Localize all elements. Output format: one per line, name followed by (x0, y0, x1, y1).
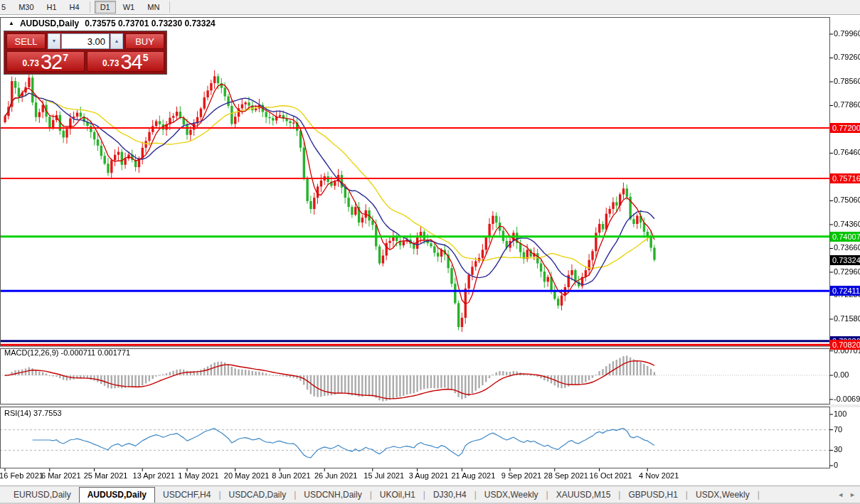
rsi-axis-label: 100 (834, 409, 846, 418)
date-tick-label: 9 Sep 2021 (501, 471, 541, 480)
price-tick-label: 0.76460 (834, 148, 860, 156)
toolbar-separator (90, 1, 90, 13)
sell-price-box[interactable]: 0.73 32 7 (6, 51, 85, 72)
tab-separator: | (758, 490, 760, 500)
tab-usdchf-h4[interactable]: USDCHF,H4 (155, 487, 218, 503)
rsi-axis-label: 30 (834, 445, 842, 454)
buy-price-prefix: 0.73 (102, 58, 119, 68)
rsi-axis-label: 0 (834, 461, 838, 469)
price-tick-label: 0.71580 (834, 314, 860, 323)
date-tick-label: 1 May 2021 (178, 471, 218, 480)
volume-increase-button[interactable]: ▲ (110, 33, 123, 49)
price-tick-label: 0.72960 (834, 267, 860, 276)
macd-axis-label: -0.006923 (834, 395, 860, 403)
date-tick-label: 28 Sep 2021 (544, 471, 588, 480)
timeframe-button-m30[interactable]: M30 (13, 1, 39, 14)
price-level-badge: 0.72411 (830, 286, 860, 296)
date-tick-label: 26 Jun 2021 (314, 471, 358, 480)
tab-usdx-weekly[interactable]: USDX,Weekly (688, 487, 758, 503)
ohlc-readout: 0.73575 0.73701 0.73230 0.73324 (85, 18, 216, 28)
chart-canvas[interactable] (0, 0, 860, 504)
current-price-badge: 0.73324 (830, 255, 860, 265)
collapse-trade-panel-icon[interactable]: ▲ (9, 20, 14, 27)
tab-audusd-daily[interactable]: AUDUSD,Daily (79, 487, 155, 503)
date-tick-label: 8 Jun 2021 (272, 471, 310, 480)
price-tick-label: 0.79260 (834, 53, 860, 61)
price-tick-label: 0.73660 (834, 243, 860, 252)
rsi-axis-label: 70 (834, 425, 842, 434)
volume-spinner: ▼ ▲ (48, 33, 123, 49)
macd-axis-label: 0.00 (834, 370, 849, 379)
tab-eurusd-daily[interactable]: EURUSD,Daily (6, 487, 79, 503)
date-tick-label: 3 Aug 2021 (409, 471, 449, 480)
chart-title-row: ▲ AUDUSD,Daily 0.73575 0.73701 0.73230 0… (9, 18, 216, 28)
symbol-tab-bar: EURUSD,DailyAUDUSD,DailyUSDCHF,H4|USDCAD… (0, 486, 860, 503)
timeframe-button-w1[interactable]: W1 (117, 1, 141, 14)
timeframe-toolbar: 5M30H1H4D1W1MN (0, 0, 860, 15)
price-tick-label: 0.77860 (834, 100, 860, 109)
chart-symbol-title: AUDUSD,Daily (20, 18, 79, 28)
buy-price-big: 34 (120, 53, 142, 71)
one-click-trading-panel: SELL ▼ ▲ BUY 0.73 32 7 0.73 34 5 (4, 31, 167, 75)
macd-panel-label: MACD(12,26,9) -0.000711 0.001771 (4, 348, 130, 357)
tab-usdx-weekly[interactable]: USDX,Weekly (477, 487, 546, 503)
price-tick-label: 0.78560 (834, 77, 860, 85)
date-tick-label: 4 Nov 2021 (639, 471, 679, 480)
date-tick-label: 16 Feb 2021 (0, 471, 43, 480)
buy-button[interactable]: BUY (125, 33, 164, 49)
tab-gbpusd-h1[interactable]: GBPUSD,H1 (620, 487, 685, 503)
date-tick-label: 13 Apr 2021 (133, 471, 175, 480)
price-level-badge: 0.74007 (830, 232, 860, 242)
price-tick-label: 0.79960 (834, 29, 860, 38)
tab-xauusd-m15[interactable]: XAUUSD,M15 (548, 487, 619, 503)
timeframe-button-mn[interactable]: MN (142, 1, 165, 14)
volume-input[interactable] (61, 33, 110, 49)
sell-price-big: 32 (41, 53, 62, 71)
date-tick-label: 15 Jul 2021 (363, 471, 404, 480)
price-level-badge: 0.70820 (830, 340, 860, 350)
date-tick-label: 25 Mar 2021 (84, 471, 128, 480)
toolbar-separator (169, 1, 170, 13)
tab-scroll-arrows: ◄► (837, 491, 856, 498)
trading-terminal-window: 5M30H1H4D1W1MN ▲ AUDUSD,Daily 0.73575 0.… (0, 0, 860, 504)
tab-ukoil-h1[interactable]: UKOil,H1 (372, 487, 423, 503)
sell-price-prefix: 0.73 (23, 58, 39, 68)
buy-price-pip: 5 (143, 52, 149, 63)
volume-decrease-button[interactable]: ▼ (48, 33, 60, 49)
price-tick-label: 0.75060 (834, 195, 860, 204)
price-tick-label: 0.74360 (834, 220, 860, 228)
tab-scroll-right-icon[interactable]: ► (849, 491, 856, 498)
date-tick-label: 20 May 2021 (224, 471, 270, 480)
price-level-badge: 0.77200 (830, 123, 860, 133)
tab-scroll-left-icon[interactable]: ◄ (837, 491, 844, 498)
tab-usdcnh-daily[interactable]: USDCNH,Daily (296, 487, 369, 503)
tab-dj30-h4[interactable]: DJ30,H4 (425, 487, 474, 503)
date-tick-label: 16 Oct 2021 (590, 471, 632, 480)
timeframe-button-5[interactable]: 5 (0, 1, 11, 14)
tab-usdcad-daily[interactable]: USDCAD,Daily (221, 487, 294, 503)
rsi-panel-label: RSI(14) 37.7553 (4, 409, 62, 417)
buy-price-box[interactable]: 0.73 34 5 (87, 51, 165, 72)
sell-price-pip: 7 (63, 52, 68, 63)
timeframe-button-d1[interactable]: D1 (95, 1, 116, 14)
timeframe-button-h1[interactable]: H1 (41, 1, 63, 14)
timeframe-button-h4[interactable]: H4 (64, 1, 85, 14)
date-tick-label: 6 Mar 2021 (41, 471, 81, 480)
sell-button[interactable]: SELL (6, 33, 46, 49)
date-tick-label: 21 Aug 2021 (451, 471, 495, 480)
price-level-badge: 0.75716 (830, 173, 860, 183)
